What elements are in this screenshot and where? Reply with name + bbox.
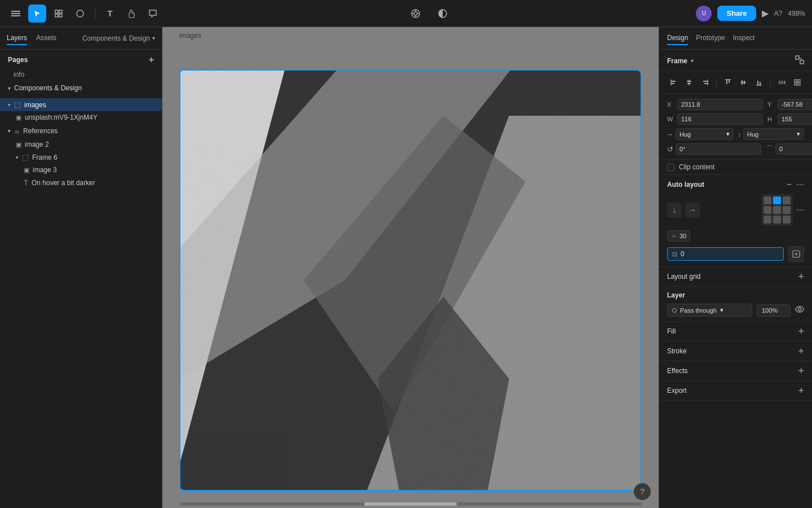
canvas-scrollbar[interactable]	[179, 502, 642, 506]
svg-rect-3	[55, 10, 58, 13]
rotation-row: ↺ ⌒	[667, 143, 804, 155]
layer-frame6[interactable]: ▾ ⬚ Frame 6	[0, 151, 162, 164]
al-clip-btn[interactable]	[788, 246, 804, 262]
x-input[interactable]	[677, 99, 763, 110]
zoom-label[interactable]: 498%	[788, 10, 805, 17]
al-dot-bl[interactable]	[764, 216, 771, 224]
hug-x-select[interactable]: Hug ▾	[676, 128, 734, 140]
layer-text-hover[interactable]: T On hover a bit darker	[0, 176, 162, 189]
shape-tool[interactable]	[71, 5, 89, 23]
align-divider2	[770, 78, 771, 87]
w-input[interactable]	[677, 113, 763, 125]
auto-layout-minus[interactable]: −	[787, 179, 792, 190]
layer-image2-label: image 2	[25, 141, 49, 148]
canvas-scrollbar-thumb[interactable]	[364, 502, 457, 506]
pages-list: info ▾ Components & Design	[0, 68, 162, 95]
al-spacing-input[interactable]: ↔ 30	[667, 230, 690, 242]
theme-icon[interactable]	[434, 5, 452, 23]
al-padding-row: ⊡	[667, 246, 804, 262]
tab-components-design[interactable]: Components & Design ▾	[82, 34, 155, 42]
select-tool[interactable]	[28, 5, 46, 23]
al-dot-tl[interactable]	[764, 196, 771, 204]
al-spacing-value: 30	[679, 233, 686, 239]
tab-layers[interactable]: Layers	[7, 32, 27, 45]
canvas-area[interactable]: images	[162, 27, 659, 508]
plugin-icon[interactable]	[407, 5, 425, 23]
al-dot-mr[interactable]	[783, 206, 791, 214]
corner-input[interactable]	[775, 143, 812, 155]
distribute-h-btn[interactable]	[775, 76, 789, 89]
play-button[interactable]: ▶	[762, 8, 769, 19]
al-dot-tr[interactable]	[783, 196, 791, 204]
export-add[interactable]: +	[798, 386, 804, 396]
y-input[interactable]	[778, 99, 812, 110]
layout-grid-add[interactable]: +	[798, 271, 804, 282]
al-dot-br[interactable]	[783, 216, 791, 224]
align-bottom-btn[interactable]	[752, 76, 766, 89]
hug-y-select[interactable]: Hug ▾	[743, 128, 804, 140]
al-more-btn[interactable]: ⋯	[796, 205, 804, 214]
layer-references-label: References	[23, 127, 58, 135]
al-dot-tm[interactable]	[773, 196, 781, 204]
clip-content-checkbox[interactable]	[667, 164, 674, 171]
padding-value[interactable]	[681, 250, 698, 258]
page-item-info[interactable]: info	[0, 68, 162, 81]
auto-layout-more[interactable]: ⋯	[796, 180, 804, 189]
layer-images[interactable]: ▾ ⬚ images	[0, 98, 162, 111]
blend-mode-label: Pass through	[680, 307, 717, 314]
hug-x-chevron: ▾	[726, 130, 730, 138]
al-alignment-grid[interactable]	[761, 194, 793, 226]
rotation-input[interactable]	[676, 143, 761, 155]
al-padding-input[interactable]: ⊡	[667, 247, 784, 261]
tab-prototype[interactable]: Prototype	[696, 32, 725, 45]
add-page-button[interactable]: +	[149, 55, 154, 64]
frame-tool[interactable]	[50, 5, 68, 23]
help-button[interactable]: ?	[634, 483, 651, 500]
w-field: W	[667, 113, 763, 125]
comment-tool[interactable]	[144, 5, 162, 23]
align-center-h-btn[interactable]	[683, 76, 696, 89]
resize-icon[interactable]	[795, 55, 804, 66]
al-dot-bm[interactable]	[773, 216, 781, 224]
share-button[interactable]: Share	[717, 6, 756, 21]
align-center-v-btn[interactable]	[736, 76, 750, 89]
svg-rect-25	[800, 60, 804, 64]
menu-tool[interactable]	[7, 5, 25, 23]
align-left-btn[interactable]	[667, 76, 681, 89]
svg-rect-4	[59, 10, 62, 13]
page-info-label: info	[14, 71, 24, 78]
hand-tool[interactable]	[122, 5, 140, 23]
visibility-toggle[interactable]	[795, 306, 804, 314]
references-chevron: ▾	[8, 128, 11, 134]
align-top-btn[interactable]	[721, 76, 735, 89]
align-right-btn[interactable]	[698, 76, 712, 89]
effects-add[interactable]: +	[798, 366, 804, 376]
layer-unsplash[interactable]: ▣ unsplash:mV9-1XjnM4Y	[0, 111, 162, 124]
canvas-frame[interactable]: Hug × Hug	[179, 69, 642, 491]
al-right-btn[interactable]: →	[685, 203, 700, 217]
page-item-components[interactable]: ▾ Components & Design	[0, 81, 162, 95]
tab-design[interactable]: Design	[667, 32, 688, 45]
frame-chevron[interactable]: ▾	[691, 58, 694, 64]
hug-y-field: ↕ Hug ▾	[738, 128, 805, 140]
h-field: H	[767, 113, 812, 125]
svg-rect-33	[703, 81, 707, 82]
tidy-up-btn[interactable]	[791, 76, 804, 89]
al-dot-ml[interactable]	[764, 206, 771, 214]
stroke-add[interactable]: +	[798, 346, 804, 356]
al-down-btn[interactable]: ↓	[667, 203, 682, 217]
opacity-input[interactable]	[762, 307, 780, 314]
layer-image3[interactable]: ▣ image 3	[0, 164, 162, 176]
text-tool[interactable]: T	[101, 5, 119, 23]
tab-inspect[interactable]: Inspect	[733, 32, 755, 45]
svg-rect-37	[729, 80, 730, 83]
blend-mode-select[interactable]: Pass through ▾	[667, 304, 752, 317]
h-input[interactable]	[778, 113, 812, 125]
canvas-image	[180, 71, 641, 490]
fill-add[interactable]: +	[798, 326, 804, 336]
tab-assets[interactable]: Assets	[36, 32, 56, 45]
layer-image2[interactable]: ▣ image 2	[0, 138, 162, 151]
svg-rect-31	[687, 83, 691, 84]
al-dot-mm[interactable]	[773, 206, 781, 214]
layer-references-header[interactable]: ▾ ⚌ References	[0, 124, 162, 138]
